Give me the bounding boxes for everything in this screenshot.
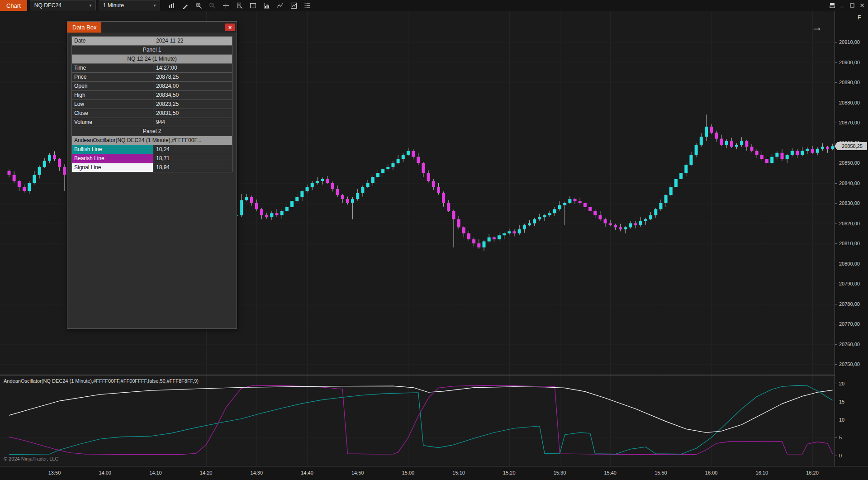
price-axis-label: 20760,00 <box>839 342 860 347</box>
oscillator-axis-label: 10 <box>839 417 844 423</box>
zoom-in-icon <box>195 2 202 9</box>
databox-row-label: Low <box>72 100 153 109</box>
databox-row: Date2024-11-22 <box>71 36 232 46</box>
axis-bars-icon <box>263 2 270 9</box>
close-icon <box>859 2 865 9</box>
time-axis-label: 14:50 <box>344 470 371 475</box>
zoom-in-button[interactable] <box>193 0 205 10</box>
oscillator-label: AndeanOscillator(NQ DEC24 (1 Minute),#FF… <box>4 378 199 384</box>
chevron-down-icon: ▼ <box>153 4 157 8</box>
time-axis-label: 14:40 <box>294 470 321 475</box>
bar-interval-button[interactable] <box>261 0 273 10</box>
oscillator-axis-label: 15 <box>839 399 844 404</box>
price-axis-label: 20840,00 <box>839 181 860 186</box>
databox-band-row: Panel 1 <box>71 46 232 55</box>
time-axis-label: 15:00 <box>394 470 422 475</box>
databox-row: Bullish Line10,24 <box>71 145 232 154</box>
databox-row: Signal Line18,94 <box>71 163 232 172</box>
databox-row-label: Date <box>72 37 153 45</box>
interval-value: 1 Minute <box>103 2 124 9</box>
interval-selector[interactable]: 1 Minute ▼ <box>99 0 160 10</box>
databox-band-row: AndeanOscillator(NQ DEC24 (1 Minute),#FF… <box>71 136 232 145</box>
fixed-scale-indicator[interactable]: F <box>858 14 861 21</box>
databox-row-label: Open <box>72 82 153 90</box>
databox-row: High20834,50 <box>71 91 232 100</box>
databox-row-value: 20823,25 <box>153 100 232 109</box>
time-axis-label: 15:50 <box>647 470 674 475</box>
price-axis-label: 20810,00 <box>839 241 860 246</box>
chart-trader-button[interactable] <box>247 0 259 10</box>
databox-row-value: 10,24 <box>153 145 232 154</box>
databox-row: Time14:27:00 <box>71 64 232 73</box>
data-box-table: Date2024-11-22Panel 1NQ 12-24 (1 Minute)… <box>71 36 232 172</box>
crosshair-button[interactable] <box>220 0 232 10</box>
data-box-title: Data Box <box>67 22 101 33</box>
data-box-close-button[interactable]: × <box>225 24 235 31</box>
data-sheet-icon <box>236 2 243 9</box>
oscillator-panel-canvas[interactable] <box>0 375 835 466</box>
price-axis-label: 20820,00 <box>839 221 860 226</box>
databox-row-value: 20834,50 <box>153 91 232 100</box>
drawing-tools-button[interactable] <box>179 0 191 10</box>
databox-row-value: 20878,25 <box>153 73 232 81</box>
window-controls <box>828 1 868 10</box>
time-axis-label: 16:20 <box>799 470 826 475</box>
databox-row-label: Time <box>72 64 153 72</box>
copyright-text: © 2024 NinjaTrader, LLC <box>4 456 58 461</box>
chart-style-button[interactable] <box>166 0 178 10</box>
data-box-button[interactable] <box>233 0 246 10</box>
databox-row: Price20878,25 <box>71 73 232 82</box>
maximize-button[interactable] <box>848 1 857 10</box>
price-axis[interactable]: 20910,0020900,0020890,0020880,0020870,00… <box>835 11 868 466</box>
data-box-window: Data Box × Date2024-11-22Panel 1NQ 12-24… <box>67 21 237 329</box>
ninjatrader-chart-window: Chart NQ DEC24 ▼ 1 Minute ▼ <box>0 0 868 480</box>
databox-band-row: NQ 12-24 (1 Minute) <box>71 55 232 64</box>
minimize-icon <box>839 2 845 9</box>
time-axis-label: 14:10 <box>142 470 169 475</box>
trend-line-button[interactable] <box>274 0 286 10</box>
price-axis-label: 20770,00 <box>839 321 860 327</box>
databox-row-label: High <box>72 91 153 100</box>
crosshair-icon <box>223 2 229 9</box>
price-axis-label: 20790,00 <box>839 281 860 286</box>
time-axis-label: 14:30 <box>243 470 270 475</box>
databox-row: Close20831,50 <box>71 109 232 118</box>
time-axis-label: 14:00 <box>91 470 119 475</box>
time-axis-label: 15:30 <box>546 470 574 475</box>
close-button[interactable] <box>858 1 867 10</box>
stacked-windows-icon <box>829 2 835 9</box>
price-axis-label: 20890,00 <box>839 80 860 85</box>
databox-row: Open20824,00 <box>71 82 232 91</box>
bar-chart-icon <box>168 2 175 9</box>
time-axis[interactable]: 13:5014:0014:1014:2014:3014:4014:5015:00… <box>0 466 868 480</box>
instrument-value: NQ DEC24 <box>34 2 62 9</box>
price-axis-label: 20870,00 <box>839 120 860 125</box>
price-axis-label: 20780,00 <box>839 301 860 307</box>
databox-row-value: 944 <box>153 118 232 127</box>
databox-row-label: Bullish Line <box>72 145 153 154</box>
data-box-titlebar[interactable]: Data Box × <box>67 22 237 33</box>
instrument-selector[interactable]: NQ DEC24 ▼ <box>30 0 96 10</box>
maximize-icon <box>849 2 855 9</box>
databox-row-label: Volume <box>72 118 153 127</box>
price-axis-label: 20910,00 <box>839 39 860 45</box>
zoom-out-button[interactable] <box>206 0 218 10</box>
time-axis-label: 16:10 <box>748 470 775 475</box>
databox-row: Volume944 <box>71 118 232 127</box>
oscillator-axis-label: 5 <box>839 435 842 440</box>
minimize-button[interactable] <box>838 1 847 10</box>
oscillator-axis-label: 20 <box>839 381 844 386</box>
databox-row-value: 18,71 <box>153 154 232 163</box>
time-axis-label: 16:00 <box>698 470 725 475</box>
databox-row: Low20823,25 <box>71 100 232 109</box>
panels-button[interactable] <box>828 1 837 10</box>
list-icon <box>304 2 311 9</box>
time-axis-label: 15:10 <box>445 470 472 475</box>
indicators-button[interactable] <box>301 0 313 10</box>
scroll-to-end-arrow[interactable]: → <box>811 21 822 33</box>
pencil-icon <box>182 2 189 9</box>
last-price-marker: 20858,25 <box>837 142 867 150</box>
chart-properties-button[interactable] <box>288 0 300 10</box>
toolbar-tools <box>166 0 313 10</box>
panel-layout-icon <box>250 2 256 9</box>
